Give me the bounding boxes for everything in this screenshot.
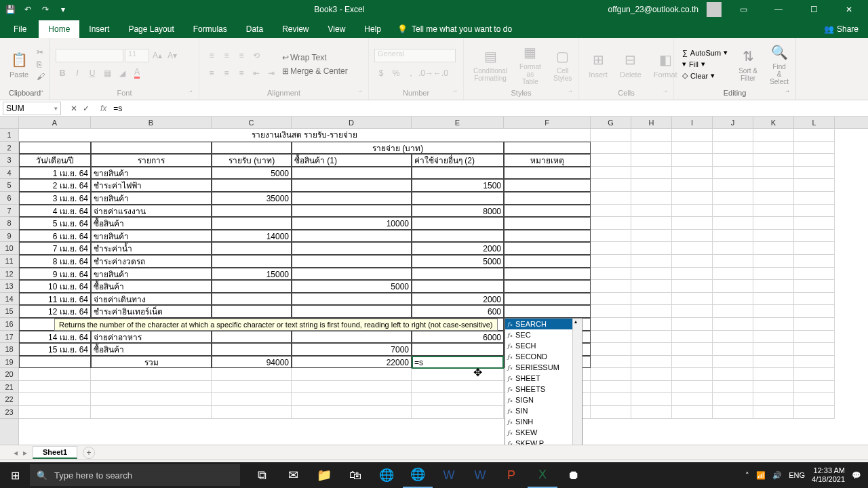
- cell[interactable]: [91, 368, 212, 381]
- tray-chevron-icon[interactable]: ˄: [745, 471, 749, 480]
- cell[interactable]: [753, 205, 794, 218]
- border-icon[interactable]: ▦: [100, 66, 114, 80]
- cell[interactable]: [412, 343, 504, 356]
- maximize-icon[interactable]: ☐: [800, 0, 827, 19]
- row-header-9[interactable]: 9: [0, 230, 18, 243]
- cell[interactable]: [504, 268, 591, 281]
- cell[interactable]: ชำระค่าไฟฟ้า: [91, 179, 212, 192]
- row-header-10[interactable]: 10: [0, 242, 18, 255]
- chrome-icon[interactable]: 🌐: [372, 462, 401, 488]
- cell[interactable]: [591, 305, 631, 318]
- cell[interactable]: 9 เม.ย. 64: [19, 268, 91, 281]
- cell[interactable]: [713, 142, 753, 155]
- autocomplete-item[interactable]: 𝑓ₓSINH: [505, 416, 582, 427]
- cell[interactable]: [631, 230, 672, 243]
- cell[interactable]: [794, 331, 835, 344]
- cell[interactable]: [631, 280, 672, 293]
- decimal-inc-icon[interactable]: .0→: [419, 66, 433, 80]
- cell[interactable]: [794, 179, 835, 192]
- cell[interactable]: [631, 154, 672, 167]
- underline-icon[interactable]: U: [85, 66, 99, 80]
- cell[interactable]: [591, 217, 631, 230]
- cell[interactable]: [713, 368, 753, 381]
- cell[interactable]: [19, 393, 91, 406]
- cell[interactable]: 12 เม.ย. 64: [19, 305, 91, 318]
- format-painter-icon[interactable]: 🖌: [37, 72, 45, 81]
- powerpoint-icon[interactable]: P: [496, 462, 526, 488]
- word-icon[interactable]: W: [434, 462, 464, 488]
- cell[interactable]: 6000: [412, 331, 504, 344]
- cell[interactable]: [591, 406, 631, 419]
- cell[interactable]: [504, 192, 591, 205]
- currency-icon[interactable]: $: [374, 66, 388, 80]
- cell[interactable]: [713, 381, 753, 394]
- volume-icon[interactable]: 🔊: [772, 471, 782, 480]
- cell[interactable]: [753, 192, 794, 205]
- cell[interactable]: 600: [412, 305, 504, 318]
- tab-data[interactable]: Data: [237, 20, 273, 38]
- cell[interactable]: [292, 255, 412, 268]
- cell[interactable]: [91, 393, 212, 406]
- cell[interactable]: [672, 343, 713, 356]
- cell[interactable]: [631, 368, 672, 381]
- cell[interactable]: ซื้อสินค้า: [91, 217, 212, 230]
- cell[interactable]: [713, 167, 753, 180]
- autocomplete-item[interactable]: 𝑓ₓSKEW: [505, 427, 582, 438]
- find-select-button[interactable]: 🔍Find & Select: [766, 41, 793, 87]
- cell[interactable]: [753, 381, 794, 394]
- cell[interactable]: [794, 167, 835, 180]
- autocomplete-item[interactable]: 𝑓ₓSECH: [505, 340, 582, 351]
- cell[interactable]: [794, 318, 835, 331]
- cell[interactable]: [631, 331, 672, 344]
- row-header-5[interactable]: 5: [0, 179, 18, 192]
- cell[interactable]: รายการ: [91, 154, 212, 167]
- notifications-icon[interactable]: 💬: [852, 471, 861, 480]
- cell[interactable]: [672, 268, 713, 281]
- cell[interactable]: [631, 343, 672, 356]
- cell[interactable]: [753, 142, 794, 155]
- align-top-icon[interactable]: ≡: [205, 49, 218, 62]
- cell[interactable]: [292, 393, 412, 406]
- cell[interactable]: [292, 230, 412, 243]
- cell[interactable]: 10 เม.ย. 64: [19, 280, 91, 293]
- cell[interactable]: หมายเหตุ: [504, 154, 591, 167]
- cell[interactable]: 15000: [212, 268, 292, 281]
- select-all-corner[interactable]: [0, 117, 19, 128]
- autocomplete-item[interactable]: 𝑓ₓSHEET: [505, 373, 582, 384]
- col-header-B[interactable]: B: [91, 117, 212, 128]
- cell[interactable]: [19, 406, 91, 419]
- cell[interactable]: [504, 167, 591, 180]
- share-button[interactable]: 👥Share: [814, 20, 868, 38]
- cell[interactable]: [212, 280, 292, 293]
- cell[interactable]: 94000: [212, 356, 292, 369]
- cell[interactable]: [713, 393, 753, 406]
- cell[interactable]: ค่าใช้จ่ายอื่นๆ (2): [412, 154, 504, 167]
- cell[interactable]: [412, 192, 504, 205]
- row-header-17[interactable]: 17: [0, 331, 18, 344]
- cell[interactable]: [504, 305, 591, 318]
- percent-icon[interactable]: %: [389, 66, 403, 80]
- cell[interactable]: [212, 381, 292, 394]
- cell[interactable]: [794, 293, 835, 306]
- cell[interactable]: [794, 343, 835, 356]
- cell[interactable]: [672, 406, 713, 419]
- cell[interactable]: [753, 305, 794, 318]
- cell[interactable]: [753, 406, 794, 419]
- cell[interactable]: [631, 142, 672, 155]
- cell[interactable]: [631, 381, 672, 394]
- cell[interactable]: [412, 368, 504, 381]
- cell[interactable]: รายงานเงินสด รายรับ-รายจ่าย: [19, 129, 591, 142]
- cell[interactable]: [504, 293, 591, 306]
- delete-cells-button[interactable]: ⊟Delete: [616, 49, 646, 80]
- cell[interactable]: [794, 129, 835, 142]
- cell[interactable]: [794, 393, 835, 406]
- cell[interactable]: [672, 167, 713, 180]
- cell[interactable]: [672, 318, 713, 331]
- cell[interactable]: [794, 305, 835, 318]
- clear-button[interactable]: ◇Clear▾: [679, 70, 730, 81]
- autocomplete-item[interactable]: 𝑓ₓSKEW.P: [505, 438, 582, 445]
- avatar[interactable]: [707, 2, 722, 17]
- align-left-icon[interactable]: ≡: [205, 66, 218, 80]
- cell[interactable]: [672, 129, 713, 142]
- row-header-1[interactable]: 1: [0, 129, 18, 142]
